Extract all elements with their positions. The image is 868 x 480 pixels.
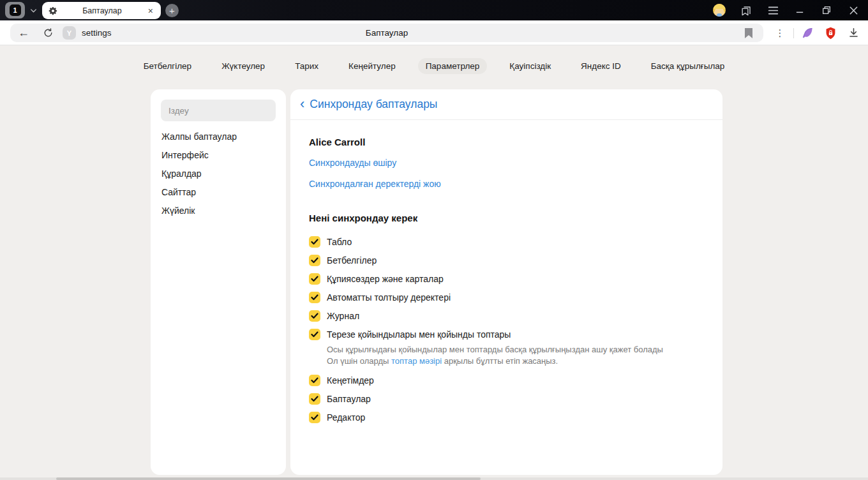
disable-sync-link[interactable]: Синхрондауды өшіру <box>309 158 396 168</box>
sync-option-label: Редактор <box>327 412 365 423</box>
page-title: Баптаулар <box>366 24 408 42</box>
account-name: Alice Carroll <box>309 137 703 147</box>
description-line2-suffix: арқылы бұлтты етіп жасаңыз. <box>442 356 558 366</box>
sync-settings-panel: ‹ Синхрондау баптаулары Alice Carroll Си… <box>290 89 722 475</box>
sync-option-editor[interactable]: Редактор <box>309 408 703 426</box>
sidebar-item-system[interactable]: Жүйелік <box>151 202 286 220</box>
sync-option-label: Баптаулар <box>327 394 371 404</box>
checkbox-checked-icon[interactable] <box>309 255 320 266</box>
sync-option-label: Құпиясөздер және карталар <box>327 274 444 284</box>
tab-strip: 1 Баптаулар × + <box>0 0 868 20</box>
horizontal-scrollbar[interactable] <box>0 477 868 480</box>
profile-avatar[interactable] <box>708 0 730 20</box>
delete-synced-data-link[interactable]: Синхрондалған деректерді жою <box>309 179 441 189</box>
url-text[interactable]: settings <box>82 24 112 42</box>
checkbox-checked-icon[interactable] <box>309 375 320 386</box>
checkbox-checked-icon[interactable] <box>309 292 320 303</box>
reload-icon[interactable] <box>38 24 57 42</box>
address-bar[interactable]: ← Y settings Баптаулар <box>10 24 763 42</box>
search-input[interactable] <box>161 100 276 121</box>
tab-counter-button[interactable]: 1 <box>5 2 25 19</box>
scrollbar-thumb[interactable] <box>56 477 481 480</box>
groups-menu-link[interactable]: топтар мәзірі <box>391 356 442 366</box>
sidebar-item-tools[interactable]: Құралдар <box>151 165 286 183</box>
checkbox-checked-icon[interactable] <box>309 273 320 285</box>
sync-option-label: Терезе қойындылары мен қойынды топтары <box>327 329 511 340</box>
settings-sidebar: Жалпы баптаулар Интерфейс Құралдар Сайтт… <box>151 89 286 475</box>
back-button[interactable]: ← <box>14 24 33 42</box>
toolbar-divider <box>793 28 794 38</box>
checkbox-checked-icon[interactable] <box>309 236 320 248</box>
sidebar-item-interface[interactable]: Интерфейс <box>151 146 286 165</box>
avatar <box>713 4 726 17</box>
download-icon[interactable] <box>844 24 863 43</box>
sync-option-label: Кеңетімдер <box>327 375 374 386</box>
browser-window: 1 Баптаулар × + <box>0 0 868 480</box>
collections-icon[interactable] <box>735 0 757 20</box>
nav-tab-security[interactable]: Қауіпсіздік <box>502 58 558 74</box>
checkbox-checked-icon[interactable] <box>309 412 320 423</box>
sync-option-label: Журнал <box>327 311 359 321</box>
bookmark-icon[interactable] <box>740 24 757 42</box>
sync-settings-header[interactable]: ‹ Синхрондау баптаулары <box>290 89 722 120</box>
nav-tab-settings[interactable]: Параметрлер <box>418 58 488 74</box>
sync-option-history[interactable]: Журнал <box>309 306 703 325</box>
sync-option-tabs-groups[interactable]: Терезе қойындылары мен қойынды топтары <box>309 325 703 343</box>
tab-close-icon[interactable]: × <box>147 6 154 15</box>
nav-tab-extensions[interactable]: Кеңейтулер <box>341 58 403 74</box>
nav-tab-bookmarks[interactable]: Бетбелгілер <box>136 58 199 74</box>
minimize-button[interactable] <box>789 0 811 20</box>
back-chevron-icon[interactable]: ‹ <box>300 97 304 111</box>
nav-tab-yandex-id[interactable]: Яндекс ID <box>573 58 629 74</box>
checkbox-checked-icon[interactable] <box>309 329 320 340</box>
menu-hamburger-icon[interactable] <box>762 0 784 20</box>
settings-nav: Бетбелгілер Жүктеулер Тарих Кеңейтулер П… <box>0 57 868 75</box>
protect-shield-icon[interactable] <box>821 24 840 43</box>
sync-settings-title: Синхрондау баптаулары <box>310 98 437 111</box>
close-window-button[interactable] <box>842 0 864 20</box>
sync-option-settings[interactable]: Баптаулар <box>309 389 703 408</box>
sync-options-list: Табло Бетбелгілер Құпиясөздер және карта… <box>309 232 703 426</box>
description-line1: Осы құрылғыдағы қойындылар мен топтарды … <box>327 345 663 354</box>
sync-option-passwords-cards[interactable]: Құпиясөздер және карталар <box>309 269 703 288</box>
active-tab[interactable]: Баптаулар × <box>42 2 161 19</box>
sidebar-item-sites[interactable]: Сайттар <box>151 183 286 202</box>
sync-option-autofill[interactable]: Автоматты толтыру деректері <box>309 288 703 306</box>
nav-tab-other-devices[interactable]: Басқа құрылғылар <box>643 58 733 74</box>
more-options-icon[interactable]: ⋮ <box>770 24 789 43</box>
sync-option-extensions[interactable]: Кеңетімдер <box>309 371 703 389</box>
checkbox-checked-icon[interactable] <box>309 310 320 322</box>
toolbar: ← Y settings Баптаулар ⋮ <box>0 20 868 45</box>
description-line2-prefix: Ол үшін оларды <box>327 356 391 366</box>
sync-option-label: Автоматты толтыру деректері <box>327 292 451 303</box>
sync-option-tableau[interactable]: Табло <box>309 232 703 251</box>
sync-option-bookmarks[interactable]: Бетбелгілер <box>309 251 703 269</box>
tab-list-chevron-icon[interactable] <box>26 3 41 18</box>
yandex-feather-icon[interactable] <box>798 24 817 43</box>
tab-count: 1 <box>10 4 21 16</box>
gear-icon <box>49 6 57 15</box>
site-badge-icon[interactable]: Y <box>63 26 76 40</box>
sync-option-label: Бетбелгілер <box>327 255 377 266</box>
new-tab-button[interactable]: + <box>165 4 179 17</box>
tab-title: Баптаулар <box>57 6 147 15</box>
sync-option-label: Табло <box>327 237 352 247</box>
sync-option-description: Осы құрылғыдағы қойындылар мен топтарды … <box>327 344 703 366</box>
nav-tab-downloads[interactable]: Жүктеулер <box>214 58 273 74</box>
sidebar-item-general[interactable]: Жалпы баптаулар <box>151 128 286 146</box>
checkbox-checked-icon[interactable] <box>309 393 320 405</box>
restore-button[interactable] <box>816 0 837 20</box>
sync-what-section-title: Нені синхрондау керек <box>309 213 703 223</box>
nav-tab-history[interactable]: Тарих <box>287 58 326 74</box>
